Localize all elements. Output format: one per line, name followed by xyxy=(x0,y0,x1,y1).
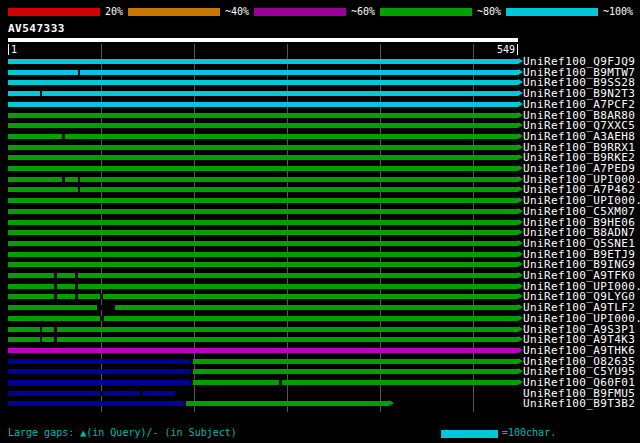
gap-mark xyxy=(75,294,78,299)
gap-mark xyxy=(54,284,57,289)
query-name: AV547333 xyxy=(8,22,65,35)
hit-bar-segment xyxy=(186,401,389,406)
scale-color-segment xyxy=(8,8,100,16)
gap-mark xyxy=(54,337,57,342)
hit-bar-segment xyxy=(8,166,518,171)
scale-unit-label: =100char. xyxy=(502,427,556,439)
hit-bar-segment xyxy=(8,348,518,353)
hit-bar-segment xyxy=(8,252,518,257)
gap-mark xyxy=(140,391,143,396)
gap-mark xyxy=(279,380,282,385)
hit-bar-segment xyxy=(8,305,518,310)
hit-bar-segment xyxy=(8,59,518,64)
gap-mark xyxy=(97,305,115,310)
gap-mark xyxy=(62,177,65,182)
hit-bar-segment xyxy=(8,134,518,139)
hit-bar-segment xyxy=(8,102,518,107)
hit-bar-segment xyxy=(8,337,518,342)
gap-legend-text: Large gaps: ▲(in Query)/- (in Subject) xyxy=(8,427,237,439)
hit-bar-segment xyxy=(193,359,518,364)
hit-bar-segment xyxy=(8,359,191,364)
gap-mark xyxy=(100,316,104,321)
scale-color-segment xyxy=(254,8,346,16)
hit-bar-segment xyxy=(8,209,518,214)
hit-bar-segment xyxy=(193,369,518,374)
hit-bar-segment xyxy=(8,155,518,160)
hit-bar-segment xyxy=(8,369,191,374)
hit-bar-segment xyxy=(8,262,518,267)
hit-bar-segment xyxy=(8,220,518,225)
gap-mark xyxy=(78,177,81,182)
gap-mark xyxy=(78,187,81,192)
gap-mark xyxy=(75,284,78,289)
hit-bar-segment xyxy=(8,401,185,406)
hit-bar-segment xyxy=(8,316,518,321)
hit-bar-segment xyxy=(8,327,518,332)
hit-bar-segment xyxy=(8,70,518,75)
gap-mark xyxy=(75,273,78,278)
scale-label: ~80% xyxy=(472,6,506,18)
hit-bar-segment xyxy=(8,391,175,396)
hit-bar-segment xyxy=(8,187,518,192)
scale-unit-swatch xyxy=(441,430,498,438)
hit-bar-segment xyxy=(8,123,518,128)
gap-mark xyxy=(40,91,43,96)
hit-bar-segment xyxy=(8,113,518,118)
scale-label: 20% xyxy=(100,6,128,18)
gap-mark xyxy=(78,70,81,75)
scale-color-segment xyxy=(380,8,472,16)
scale-label: ~40% xyxy=(220,6,254,18)
hit-bar-segment xyxy=(8,80,518,85)
gap-mark xyxy=(54,273,57,278)
hit-bar-segment xyxy=(8,91,518,96)
alignment-row[interactable]: UniRef100_B9T3B2 xyxy=(0,398,640,409)
alignment-plot: UniRef100_Q9FJQ9UniRef100_B9MTW7UniRef10… xyxy=(0,56,640,412)
gap-mark xyxy=(54,327,57,332)
hit-bar-segment xyxy=(8,177,518,182)
hit-bar-segment xyxy=(8,294,518,299)
hit-bar-segment xyxy=(193,380,518,385)
hit-bar-segment xyxy=(8,198,518,203)
scale-color-segment xyxy=(506,8,598,16)
hit-bar-segment xyxy=(8,284,518,289)
direction-arrow-icon xyxy=(389,400,394,406)
gap-mark xyxy=(100,391,103,396)
hit-bar-segment xyxy=(8,380,191,385)
hit-bar-segment xyxy=(8,145,518,150)
gap-mark xyxy=(54,294,57,299)
hit-bar-segment xyxy=(8,273,518,278)
hit-bar-segment xyxy=(8,241,518,246)
hit-bar-segment xyxy=(8,230,518,235)
scale-label: ~60% xyxy=(346,6,380,18)
gap-mark xyxy=(100,294,103,299)
hit-label[interactable]: UniRef100_B9T3B2 xyxy=(523,398,635,409)
gap-mark xyxy=(62,134,65,139)
identity-scale-bar: 20%~40%~60%~80%~100% xyxy=(8,6,638,18)
scale-color-segment xyxy=(128,8,220,16)
status-bar: Large gaps: ▲(in Query)/- (in Subject) =… xyxy=(0,423,640,443)
gap-mark xyxy=(40,337,43,342)
query-bar xyxy=(8,38,518,42)
gap-mark xyxy=(40,327,43,332)
scale-label: ~100% xyxy=(598,6,638,18)
similarity-search-graphic: 20%~40%~60%~80%~100% AV547333 1 549 UniR… xyxy=(0,0,640,443)
